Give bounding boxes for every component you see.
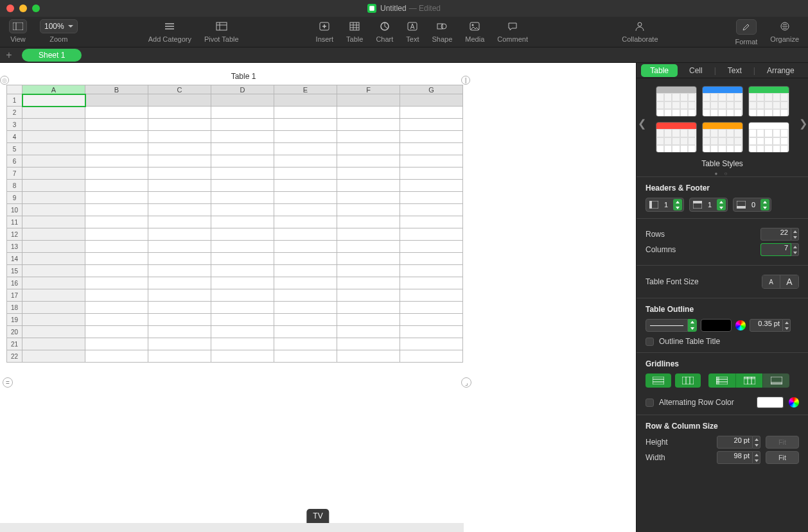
cell[interactable] [274,265,337,277]
cell[interactable] [337,338,400,350]
cell[interactable] [85,94,148,107]
cell[interactable] [211,289,274,302]
cell[interactable] [337,192,400,204]
cell[interactable] [400,204,463,216]
cell[interactable] [211,253,274,265]
font-size-segmented[interactable]: A A [762,275,799,289]
cell[interactable] [211,350,274,363]
gridlines-body-h-button[interactable] [646,373,671,388]
outline-style-stepper[interactable] [688,319,697,332]
cell[interactable] [400,289,463,302]
tab-arrange[interactable]: Arrange [758,64,804,77]
row-header[interactable]: 22 [7,350,22,363]
cell[interactable] [211,302,274,314]
cell[interactable] [400,180,463,192]
cell[interactable] [22,155,85,167]
cell[interactable] [337,143,400,155]
cell[interactable] [274,192,337,204]
cell[interactable] [211,241,274,253]
cell[interactable] [148,350,211,363]
cell[interactable] [148,192,211,204]
cell[interactable] [85,314,148,326]
cell[interactable] [274,107,337,119]
minimize-window-button[interactable] [19,4,27,12]
cell[interactable] [148,119,211,131]
cell[interactable] [148,216,211,228]
row-header[interactable]: 13 [7,241,22,253]
column-header[interactable]: B [85,85,148,94]
add-category-button[interactable]: Add Category [142,19,198,43]
outline-color-picker[interactable] [735,320,746,330]
cell[interactable] [22,253,85,265]
cell[interactable] [211,204,274,216]
cell[interactable] [337,94,400,107]
row-header[interactable]: 14 [7,253,22,265]
cell[interactable] [400,107,463,119]
row-header[interactable]: 19 [7,314,22,326]
outline-table-title-checkbox[interactable] [646,338,654,346]
pivot-table-button[interactable]: Pivot Table [198,19,245,43]
cell[interactable] [400,94,463,107]
view-button[interactable]: View [3,19,33,43]
cell[interactable] [22,289,85,302]
horizontal-scrollbar[interactable] [0,523,464,532]
row-header[interactable]: 21 [7,338,22,350]
row-header[interactable]: 2 [7,107,22,119]
cell[interactable] [22,228,85,241]
organize-button[interactable]: Organize [764,19,805,43]
cell[interactable] [148,167,211,180]
cell[interactable] [211,94,274,107]
cell[interactable] [211,314,274,326]
gridlines-header-col-button[interactable] [708,373,735,388]
column-header[interactable]: A [22,85,85,94]
font-larger-button[interactable]: A [780,275,798,288]
cell[interactable] [274,143,337,155]
cell[interactable] [337,131,400,143]
close-window-button[interactable] [6,4,14,12]
cell[interactable] [274,326,337,338]
height-fit-button[interactable]: Fit [766,436,799,449]
cell[interactable] [274,289,337,302]
cell[interactable] [211,143,274,155]
cell[interactable] [148,302,211,314]
outline-style-select[interactable] [646,319,688,332]
cell[interactable] [274,94,337,107]
cell[interactable] [337,180,400,192]
cell[interactable] [211,119,274,131]
cell[interactable] [22,350,85,363]
cell[interactable] [22,192,85,204]
cell[interactable] [211,131,274,143]
zoom-select[interactable]: 100% [40,19,78,33]
cell[interactable] [400,302,463,314]
cell[interactable] [400,350,463,363]
columns-input[interactable]: 7 [760,243,799,256]
cell[interactable] [337,241,400,253]
cell[interactable] [400,326,463,338]
cell[interactable] [337,204,400,216]
footer-rows-stepper[interactable]: 0 [733,198,771,212]
row-header[interactable]: 3 [7,119,22,131]
alternating-row-color-well[interactable] [757,397,784,408]
cell[interactable] [274,241,337,253]
cell[interactable] [400,277,463,289]
add-row-handle[interactable]: = [3,377,13,388]
cell[interactable] [22,204,85,216]
cell[interactable] [274,277,337,289]
select-all-cell[interactable] [7,85,22,94]
row-header[interactable]: 11 [7,216,22,228]
cell[interactable] [148,314,211,326]
row-header[interactable]: 20 [7,326,22,338]
cell[interactable] [85,326,148,338]
cell[interactable] [148,338,211,350]
table-move-handle[interactable]: ◎ [0,76,9,85]
cell[interactable] [211,277,274,289]
cell[interactable] [274,338,337,350]
cell[interactable] [148,143,211,155]
media-button[interactable]: Media [459,19,491,43]
cell[interactable] [148,155,211,167]
cell[interactable] [274,314,337,326]
cell[interactable] [400,119,463,131]
column-header[interactable]: G [400,85,463,94]
cell[interactable] [22,180,85,192]
cell[interactable] [274,180,337,192]
